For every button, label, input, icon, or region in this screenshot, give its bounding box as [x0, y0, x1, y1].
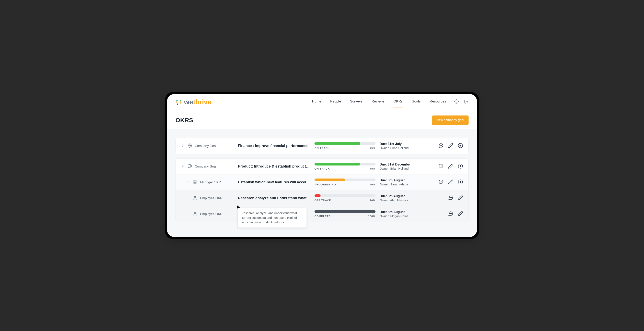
progress: COMPLETE 100% — [314, 210, 376, 218]
nav-okrs[interactable]: OKRs — [394, 99, 402, 108]
goal-row[interactable]: Employee OKR Research analyze and unders… — [176, 190, 468, 206]
type-label: Manager OKR — [200, 181, 221, 184]
goal-title[interactable]: Research analyze and understand what cur… — [238, 196, 310, 200]
globe-icon — [188, 143, 192, 149]
due-date: Due: 8th August — [380, 210, 424, 214]
svg-point-18 — [442, 182, 442, 182]
svg-point-16 — [440, 182, 440, 182]
svg-point-3 — [177, 104, 178, 105]
nav-home[interactable]: Home — [312, 99, 321, 108]
percent-label: 75% — [370, 147, 376, 150]
chevron-down-icon[interactable] — [181, 164, 184, 169]
nav-reviews[interactable]: Reviews — [372, 99, 384, 108]
owner: Owner: Megan Rains — [380, 214, 424, 218]
new-company-goal-button[interactable]: New company goal — [432, 115, 468, 125]
nav-resources[interactable]: Resources — [430, 99, 446, 108]
chevron-right-icon[interactable] — [181, 144, 184, 148]
edit-icon[interactable] — [448, 163, 453, 170]
svg-point-20 — [194, 196, 196, 198]
tooltip: Research, analyze, and understand what c… — [238, 208, 307, 228]
type-label: Employee OKR — [200, 212, 222, 216]
progress: ON TRACK 75% — [314, 142, 376, 150]
goal-title[interactable]: Product: Introduce & establish products … — [238, 164, 310, 169]
add-icon[interactable] — [458, 179, 463, 185]
due-date: Due: 31st July — [380, 142, 424, 146]
logo-text: wethrive — [184, 98, 211, 106]
svg-point-6 — [440, 145, 440, 146]
edit-icon[interactable] — [458, 195, 463, 201]
goal-block: Company Goal Finance : Improve financial… — [176, 138, 468, 154]
due-date: Due: 8th August — [380, 179, 424, 182]
svg-point-12 — [441, 166, 441, 166]
owner: Owner: Alan Marwick — [380, 198, 424, 202]
svg-point-22 — [450, 197, 451, 198]
svg-point-2 — [180, 100, 181, 101]
add-icon[interactable] — [458, 163, 463, 170]
svg-point-25 — [450, 213, 450, 214]
logout-icon[interactable] — [464, 99, 468, 105]
svg-point-11 — [440, 166, 440, 166]
type-label: Company Goal — [195, 144, 216, 148]
person-icon — [193, 211, 197, 217]
svg-rect-15 — [194, 180, 196, 184]
edit-icon[interactable] — [448, 179, 453, 185]
type-label: Employee OKR — [200, 196, 222, 200]
chevron-down-icon[interactable] — [186, 180, 190, 185]
type-label: Company Goal — [195, 165, 216, 168]
svg-point-4 — [456, 101, 457, 102]
comment-icon[interactable] — [438, 143, 444, 149]
status-label: PROGRESSING — [314, 183, 336, 186]
edit-icon[interactable] — [448, 143, 453, 149]
svg-point-17 — [441, 182, 441, 182]
progress: ON TRACK 75% — [314, 163, 376, 170]
comment-icon[interactable] — [448, 211, 453, 217]
nav-people[interactable]: People — [330, 99, 341, 108]
settings-icon[interactable] — [454, 99, 459, 105]
svg-point-26 — [450, 213, 451, 214]
svg-point-21 — [450, 197, 450, 198]
svg-point-8 — [442, 145, 442, 146]
progress: PROGRESSING 50% — [314, 179, 376, 186]
svg-point-27 — [451, 213, 452, 214]
globe-icon — [188, 164, 192, 169]
comment-icon[interactable] — [448, 195, 453, 201]
status-label: ON TRACK — [314, 147, 330, 150]
svg-point-7 — [441, 145, 441, 146]
page-title: OKRS — [176, 117, 193, 124]
goal-row[interactable]: Company Goal Finance : Improve financial… — [176, 138, 468, 154]
logo-mark-icon — [176, 99, 182, 105]
logo[interactable]: wethrive — [176, 98, 211, 110]
owner: Owner: Brian Holland — [380, 167, 424, 170]
percent-label: 100% — [368, 215, 376, 218]
percent-label: 75% — [370, 167, 376, 170]
nav-goals[interactable]: Goals — [412, 99, 420, 108]
comment-icon[interactable] — [438, 163, 444, 170]
person-icon — [193, 196, 197, 201]
goal-row[interactable]: Manager OKR Establish which new features… — [176, 174, 468, 190]
building-icon — [193, 180, 197, 185]
nav-surveys[interactable]: Surveys — [350, 99, 362, 108]
owner: Owner: Brian Holland — [380, 146, 424, 150]
goal-title[interactable]: Finance : Improve financial performance — [238, 144, 310, 148]
owner: Owner: Sarah Adams — [380, 183, 424, 186]
svg-point-24 — [194, 212, 196, 214]
percent-label: 10% — [370, 199, 376, 202]
goal-title[interactable]: Establish which new features will accele… — [238, 180, 310, 184]
edit-icon[interactable] — [458, 211, 463, 217]
due-date: Due: 31st December — [380, 163, 424, 166]
main-nav: Home People Surveys Reviews OKRs Goals R… — [312, 99, 446, 108]
status-label: ON TRACK — [314, 167, 330, 170]
add-icon[interactable] — [458, 143, 463, 149]
progress: OFF TRACK 10% — [314, 194, 376, 202]
status-label: OFF TRACK — [314, 199, 331, 202]
comment-icon[interactable] — [438, 179, 444, 185]
goal-row[interactable]: Company Goal Product: Introduce & establ… — [176, 159, 468, 174]
percent-label: 50% — [370, 183, 376, 186]
svg-point-23 — [451, 197, 452, 198]
svg-point-13 — [442, 166, 442, 166]
goal-row[interactable]: Employee OKR Colla COMPLETE 100% Due: 8t… — [176, 206, 468, 222]
svg-point-1 — [176, 100, 178, 101]
status-label: COMPLETE — [314, 215, 330, 218]
goal-block: Company Goal Product: Introduce & establ… — [176, 158, 468, 222]
due-date: Due: 8th August — [380, 194, 424, 198]
